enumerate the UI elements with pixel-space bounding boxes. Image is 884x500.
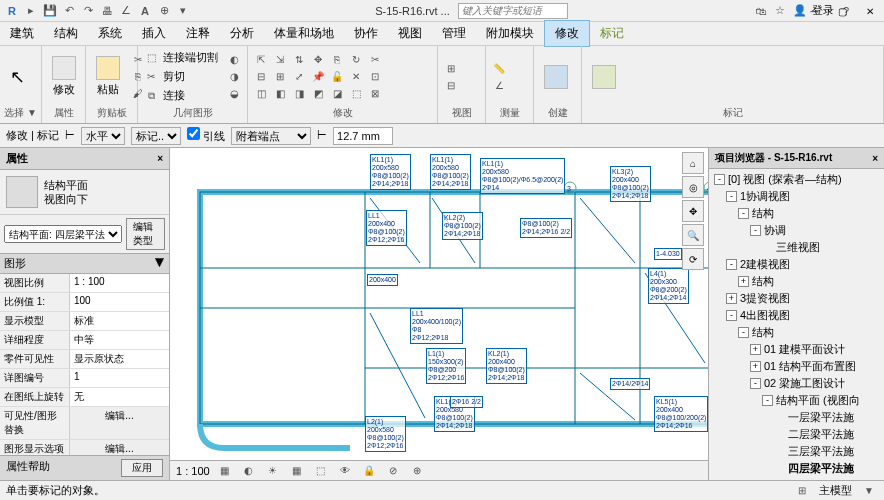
tree-expander-icon[interactable]: - [762,395,773,406]
beam-tag[interactable]: KL1(1)200x580Φ8@100(2)2Φ14;2Φ18 [430,154,471,190]
prop-row[interactable]: 视图比例1 : 100 [0,274,169,293]
tree-node[interactable]: -结构 [711,324,882,341]
close-button[interactable]: ✕ [856,0,884,22]
visual-style-icon[interactable]: ◐ [240,463,258,479]
copy-mod-icon[interactable]: ⎘ [328,52,346,68]
tab-体量和场地[interactable]: 体量和场地 [264,21,344,46]
tab-协作[interactable]: 协作 [344,21,388,46]
undo-icon[interactable]: ↶ [61,3,77,19]
prop-row[interactable]: 详图编号1 [0,369,169,388]
tree-expander-icon[interactable]: + [726,293,737,304]
prop-row[interactable]: 显示模型标准 [0,312,169,331]
save-icon[interactable]: 💾 [42,3,58,19]
drawing-canvas[interactable]: 3 4 KL1(1)200x580Φ8@100(2)2Φ14;2Φ18KL1(1… [170,148,708,460]
tree-expander-icon[interactable]: - [726,310,737,321]
move-icon[interactable]: ✥ [309,52,327,68]
paste-button[interactable]: 粘贴 [90,54,126,99]
tag-button[interactable] [586,63,622,91]
align-icon[interactable]: ⇱ [252,52,270,68]
scale-label[interactable]: 1 : 100 [176,465,210,477]
prop-row[interactable]: 可见性/图形替换编辑... [0,407,169,440]
geom-opt1-icon[interactable]: ◐ [225,52,243,68]
open-icon[interactable]: ▸ [23,3,39,19]
beam-tag[interactable]: 2Φ14/2Φ14 [610,378,650,390]
sun-path-icon[interactable]: ☀ [264,463,282,479]
help-search-input[interactable] [458,3,568,19]
edit-type-button[interactable]: 编辑类型 [126,218,165,250]
geom-opt3-icon[interactable]: ◒ [225,86,243,102]
beam-tag[interactable]: 200x400 [367,274,398,286]
attach-select[interactable]: 附着端点 [231,127,311,145]
beam-tag[interactable]: KL5(1)200x400Φ8@100/200(2)2Φ14;2Φ16 [654,396,708,432]
tree-node[interactable]: 四层梁平法施 [711,460,882,477]
tree-expander-icon[interactable]: - [714,174,725,185]
prop-row[interactable]: 图形显示选项编辑... [0,440,169,455]
unpin-icon[interactable]: 🔓 [328,69,346,85]
tree-expander-icon[interactable]: - [750,225,761,236]
beam-tag[interactable]: 1-4.030 [654,248,682,260]
tab-管理[interactable]: 管理 [432,21,476,46]
tag-select[interactable]: 标记... [131,127,181,145]
m7-icon[interactable]: ⊠ [366,86,384,102]
tree-node[interactable]: -[0] 视图 (探索者—结构) [711,171,882,188]
prop-value[interactable]: 标准 [70,312,169,330]
geom-cut-icon[interactable]: ✂ [142,69,160,85]
tab-分析[interactable]: 分析 [220,21,264,46]
type-selector[interactable]: 结构平面视图向下 [0,170,169,215]
favorite-icon[interactable]: ☆ [772,3,788,19]
filter-icon[interactable]: ▼ [860,483,878,499]
maximize-button[interactable]: ▢ [828,0,856,22]
tree-expander-icon[interactable]: + [750,361,761,372]
tab-结构[interactable]: 结构 [44,21,88,46]
beam-tag[interactable]: L1(1)150x300(2)Φ8@2002Φ12;2Φ16 [426,348,466,384]
properties-close-icon[interactable]: × [157,153,163,164]
sync-icon[interactable]: ⊕ [156,3,172,19]
beam-tag[interactable]: L2(1)200x580Φ8@100(2)2Φ12;2Φ16 [365,416,406,452]
a-icon[interactable]: A [137,3,153,19]
lock-icon[interactable]: 🔒 [360,463,378,479]
measure1-icon[interactable]: 📏 [490,60,508,76]
tree-node[interactable]: 一层梁平法施 [711,409,882,426]
prop-value[interactable]: 编辑... [70,407,169,439]
join-icon[interactable]: ⧉ [142,88,160,104]
tab-标记[interactable]: 标记 [590,21,634,46]
nav-pan-icon[interactable]: ✥ [682,200,704,222]
measure-icon[interactable]: ∠ [118,3,134,19]
m3-icon[interactable]: ◨ [290,86,308,102]
tree-expander-icon[interactable]: - [738,327,749,338]
tab-系统[interactable]: 系统 [88,21,132,46]
tree-node[interactable]: 二层梁平法施 [711,426,882,443]
orientation-select[interactable]: 水平 [81,127,125,145]
prop-value[interactable]: 100 [70,293,169,311]
prop-value[interactable]: 中等 [70,331,169,349]
recent-icon[interactable]: ▾ [175,3,191,19]
tree-node[interactable]: 三维视图 [711,239,882,256]
prop-row[interactable]: 在图纸上旋转无 [0,388,169,407]
prop-value[interactable]: 显示原状态 [70,350,169,368]
create-button[interactable] [538,63,574,91]
properties-help-link[interactable]: 属性帮助 [6,459,50,477]
tab-附加模块[interactable]: 附加模块 [476,21,544,46]
tab-插入[interactable]: 插入 [132,21,176,46]
tree-expander-icon[interactable]: - [750,378,761,389]
pin-icon[interactable]: 📌 [309,69,327,85]
prop-row[interactable]: 比例值 1:100 [0,293,169,312]
nav-wheel-icon[interactable]: ◎ [682,176,704,198]
tree-node[interactable]: -2建模视图 [711,256,882,273]
shadows-icon[interactable]: ▦ [288,463,306,479]
group-graphics[interactable]: 图形⯆ [0,253,169,274]
minimize-button[interactable]: ─ [800,0,828,22]
tree-node[interactable]: -协调 [711,222,882,239]
tree-node[interactable]: +3提资视图 [711,290,882,307]
beam-tag[interactable]: LL1200x400Φ8@100(2)2Φ12;2Φ16 [366,210,407,246]
delete-icon[interactable]: ✕ [347,69,365,85]
prop-value[interactable]: 编辑... [70,440,169,455]
geom-opt2-icon[interactable]: ◑ [225,69,243,85]
tree-node[interactable]: -4出图视图 [711,307,882,324]
beam-tag[interactable]: KL2(2)Φ8@100(2)2Φ14;2Φ18 [442,212,483,240]
prop-value[interactable]: 1 : 100 [70,274,169,292]
tree-node[interactable]: +结构 [711,273,882,290]
tree-expander-icon[interactable]: - [726,259,737,270]
tree-node[interactable]: -1协调视图 [711,188,882,205]
tree-node[interactable]: 五层梁平法施 [711,477,882,480]
